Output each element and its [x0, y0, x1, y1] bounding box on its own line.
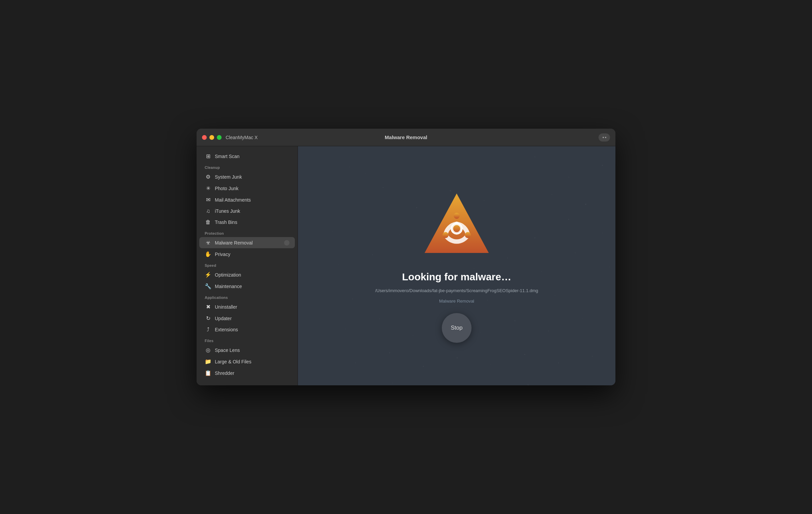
- malware-icon: ☣: [205, 239, 211, 246]
- sidebar-item-label: Updater: [215, 316, 289, 321]
- sidebar-item-itunes-junk[interactable]: ♫ iTunes Junk: [199, 206, 295, 216]
- sidebar-item-label: System Junk: [215, 174, 289, 180]
- sidebar-item-extensions[interactable]: ⤴ Extensions: [199, 324, 295, 335]
- sidebar-item-space-lens[interactable]: ◎ Space Lens: [199, 344, 295, 356]
- section-cleanup: Cleanup: [197, 162, 298, 171]
- sidebar-item-label: Extensions: [215, 327, 289, 332]
- large-files-icon: 📁: [205, 358, 211, 365]
- app-title: CleanMyMac X: [226, 135, 258, 140]
- section-applications: Applications: [197, 292, 298, 301]
- sidebar-item-mail-attachments[interactable]: ✉ Mail Attachments: [199, 194, 295, 205]
- sidebar-item-label: Large & Old Files: [215, 359, 289, 364]
- sidebar-item-label: Photo Junk: [215, 186, 289, 191]
- sidebar-item-label: Malware Removal: [215, 240, 281, 246]
- dot-icon: [603, 137, 604, 138]
- space-lens-icon: ◎: [205, 347, 211, 353]
- titlebar-right: [599, 133, 610, 142]
- sidebar-item-photo-junk[interactable]: ✳ Photo Junk: [199, 183, 295, 194]
- system-junk-icon: ⚙: [205, 174, 211, 180]
- shredder-icon: 📋: [205, 370, 211, 376]
- app-window: CleanMyMac X Malware Removal ⊞ Smart Sca…: [197, 129, 615, 385]
- active-badge: [284, 240, 289, 246]
- svg-point-3: [454, 213, 460, 219]
- page-title: Malware Removal: [385, 134, 427, 140]
- scan-display: Looking for malware… /Users/immovero/Dow…: [375, 189, 538, 343]
- close-button[interactable]: [202, 135, 207, 140]
- sidebar-item-label: Shredder: [215, 370, 289, 376]
- maximize-button[interactable]: [217, 135, 222, 140]
- trash-icon: 🗑: [205, 219, 211, 225]
- stop-button-label: Stop: [451, 325, 462, 331]
- sidebar-item-shredder[interactable]: 📋 Shredder: [199, 367, 295, 379]
- photo-junk-icon: ✳: [205, 185, 211, 191]
- sidebar-item-label: Mail Attachments: [215, 197, 289, 203]
- sidebar-item-label: Privacy: [215, 252, 289, 257]
- sidebar-item-label: Uninstaller: [215, 304, 289, 310]
- sidebar-item-label: Smart Scan: [215, 154, 289, 159]
- uninstaller-icon: ✖: [205, 304, 211, 310]
- sidebar: ⊞ Smart Scan Cleanup ⚙ System Junk ✳ Pho…: [197, 146, 298, 385]
- svg-point-2: [452, 224, 461, 233]
- mail-icon: ✉: [205, 197, 211, 203]
- stop-button[interactable]: Stop: [442, 313, 472, 343]
- traffic-lights: [202, 135, 222, 140]
- sidebar-item-label: iTunes Junk: [215, 208, 289, 214]
- section-files: Files: [197, 335, 298, 344]
- sidebar-item-smart-scan[interactable]: ⊞ Smart Scan: [199, 151, 295, 162]
- svg-point-5: [442, 232, 449, 238]
- sidebar-item-label: Optimization: [215, 272, 289, 278]
- titlebar: CleanMyMac X Malware Removal: [197, 129, 615, 146]
- sidebar-item-trash-bins[interactable]: 🗑 Trash Bins: [199, 217, 295, 228]
- sidebar-item-uninstaller[interactable]: ✖ Uninstaller: [199, 301, 295, 312]
- maintenance-icon: 🔧: [205, 283, 211, 289]
- sidebar-item-privacy[interactable]: ✋ Privacy: [199, 249, 295, 260]
- sidebar-item-large-old-files[interactable]: 📁 Large & Old Files: [199, 356, 295, 367]
- sidebar-item-malware-removal[interactable]: ☣ Malware Removal: [199, 237, 295, 248]
- content-area: ⊞ Smart Scan Cleanup ⚙ System Junk ✳ Pho…: [197, 146, 615, 385]
- extensions-icon: ⤴: [205, 327, 211, 333]
- section-speed: Speed: [197, 260, 298, 269]
- scan-path: /Users/immovero/Downloads/fat-jbe-paymen…: [375, 288, 538, 293]
- scan-title: Looking for malware…: [402, 271, 511, 283]
- scan-subtitle: Malware Removal: [439, 299, 474, 304]
- minimize-button[interactable]: [209, 135, 214, 140]
- optimization-icon: ⚡: [205, 272, 211, 278]
- main-content: Looking for malware… /Users/immovero/Dow…: [298, 146, 615, 385]
- itunes-icon: ♫: [205, 208, 211, 214]
- sidebar-item-optimization[interactable]: ⚡ Optimization: [199, 269, 295, 280]
- sidebar-item-system-junk[interactable]: ⚙ System Junk: [199, 171, 295, 182]
- sidebar-item-label: Trash Bins: [215, 220, 289, 225]
- sidebar-item-label: Space Lens: [215, 348, 289, 353]
- smart-scan-icon: ⊞: [205, 153, 211, 159]
- biohazard-icon: [420, 189, 494, 263]
- sidebar-item-label: Maintenance: [215, 284, 289, 289]
- svg-point-4: [465, 232, 471, 238]
- dot-icon: [605, 137, 606, 138]
- privacy-icon: ✋: [205, 251, 211, 257]
- sidebar-item-maintenance[interactable]: 🔧 Maintenance: [199, 281, 295, 292]
- updater-icon: ↻: [205, 315, 211, 322]
- section-protection: Protection: [197, 228, 298, 237]
- more-options-button[interactable]: [599, 133, 610, 142]
- sidebar-item-updater[interactable]: ↻ Updater: [199, 313, 295, 324]
